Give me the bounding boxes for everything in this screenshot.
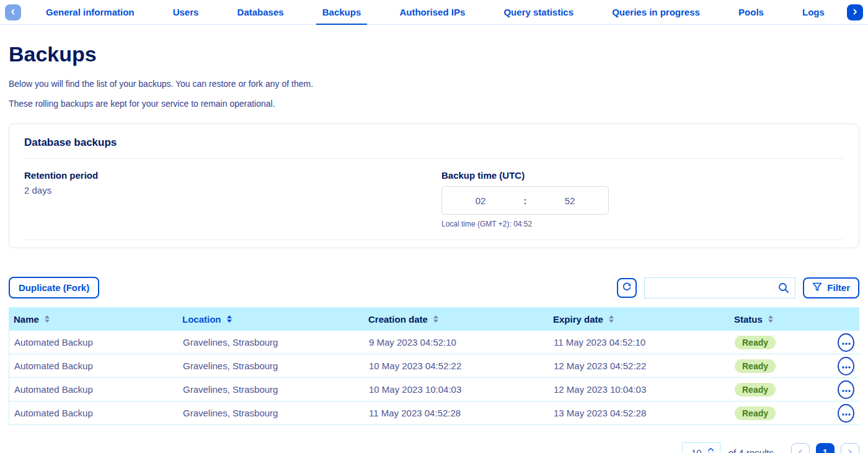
filter-button-label: Filter [827, 282, 850, 293]
cell-creation-date: 10 May 2023 10:04:03 [364, 384, 549, 395]
column-header-creation-date[interactable]: Creation date [363, 314, 548, 325]
pagination: 10 of 4 results 1 [9, 442, 859, 453]
tab-queries-in-progress[interactable]: Queries in progress [606, 0, 706, 25]
cell-status: Ready [730, 406, 833, 420]
duplicate-fork-button[interactable]: Duplicate (Fork) [9, 277, 99, 298]
database-backups-card: Database backups Retention period 2 days… [9, 123, 859, 248]
tab-bar: General information Users Databases Back… [0, 0, 868, 25]
backup-time-hours[interactable]: 02 [442, 195, 519, 206]
cell-status: Ready [730, 383, 833, 397]
status-badge: Ready [735, 336, 776, 349]
search-box [644, 277, 795, 298]
tabs-scroll-right-button[interactable] [847, 4, 863, 20]
sort-icon [768, 315, 773, 323]
pager: 1 [791, 443, 859, 453]
page-size-value: 10 [691, 447, 702, 453]
sort-icon [45, 315, 50, 323]
row-actions-button[interactable] [838, 404, 854, 423]
intro-text-1: Below you will find the list of your bac… [9, 79, 859, 89]
backups-table: Name Location Creation date Expiry date … [9, 307, 859, 425]
cell-location: Gravelines, Strasbourg [178, 384, 364, 395]
backup-time-field: Backup time (UTC) 02 : 52 Local time (GM… [441, 170, 844, 228]
row-actions-button[interactable] [838, 333, 854, 352]
tab-users[interactable]: Users [167, 0, 205, 25]
ellipsis-icon [842, 408, 851, 418]
sort-icon [433, 315, 438, 323]
chevron-left-icon [797, 448, 804, 453]
status-badge: Ready [735, 359, 776, 373]
cell-name: Automated Backup [9, 337, 178, 348]
table-row: Automated Backup Gravelines, Strasbourg … [9, 401, 859, 425]
row-actions-button[interactable] [838, 380, 854, 399]
column-header-name[interactable]: Name [9, 314, 177, 325]
cell-creation-date: 10 May 2023 04:52:22 [364, 361, 549, 371]
local-time-note: Local time (GMT +2): 04:52 [441, 220, 844, 228]
tab-pools[interactable]: Pools [732, 0, 770, 25]
backup-time-minutes[interactable]: 52 [531, 195, 608, 206]
ellipsis-icon [842, 361, 851, 370]
page-size-select[interactable]: 10 [682, 442, 720, 453]
ellipsis-icon [842, 338, 851, 347]
status-badge: Ready [735, 406, 776, 420]
filter-button[interactable]: Filter [803, 277, 859, 298]
tab-backups[interactable]: Backups [316, 0, 368, 25]
cell-creation-date: 9 May 2023 04:52:10 [364, 337, 549, 348]
chevron-right-icon [847, 448, 853, 453]
tab-authorised-ips[interactable]: Authorised IPs [393, 0, 471, 25]
table-toolbar: Duplicate (Fork) [9, 277, 859, 298]
next-page-button[interactable] [841, 443, 859, 453]
card-title: Database backups [24, 137, 844, 149]
page-1-button[interactable]: 1 [816, 443, 835, 453]
tab-logs[interactable]: Logs [796, 0, 831, 25]
cell-expiry-date: 12 May 2023 10:04:03 [549, 384, 730, 395]
previous-page-button[interactable] [791, 443, 810, 453]
tabs-scroll-left-button[interactable] [5, 4, 21, 20]
cell-name: Automated Backup [9, 384, 178, 395]
status-badge: Ready [735, 383, 776, 397]
search-input[interactable] [645, 278, 795, 298]
page-title: Backups [9, 42, 859, 66]
cell-creation-date: 11 May 2023 04:52:28 [364, 408, 549, 418]
table-row: Automated Backup Gravelines, Strasbourg … [9, 331, 859, 354]
tab-query-statistics[interactable]: Query statistics [497, 0, 580, 25]
cell-name: Automated Backup [9, 408, 178, 418]
cell-status: Ready [730, 336, 833, 349]
refresh-button[interactable] [617, 278, 637, 298]
sort-icon [227, 315, 232, 323]
table-row: Automated Backup Gravelines, Strasbourg … [9, 378, 859, 401]
card-divider-top [24, 158, 844, 159]
backup-time-label: Backup time (UTC) [441, 170, 844, 181]
refresh-icon [622, 282, 632, 294]
cell-location: Gravelines, Strasbourg [178, 408, 364, 418]
cell-expiry-date: 13 May 2023 04:52:28 [549, 408, 730, 418]
tab-databases[interactable]: Databases [231, 0, 290, 25]
results-count-text: of 4 results [728, 447, 774, 453]
backup-time-picker[interactable]: 02 : 52 [441, 186, 609, 215]
row-actions-button[interactable] [838, 357, 854, 375]
ellipsis-icon [842, 385, 851, 394]
column-header-location[interactable]: Location [177, 314, 363, 325]
table-header-row: Name Location Creation date Expiry date … [9, 307, 859, 331]
table-body: Automated Backup Gravelines, Strasbourg … [9, 331, 859, 425]
column-header-expiry-date[interactable]: Expiry date [548, 314, 729, 325]
table-row: Automated Backup Gravelines, Strasbourg … [9, 354, 859, 378]
backup-time-colon: : [519, 195, 531, 206]
retention-period-field: Retention period 2 days [24, 170, 427, 228]
cell-location: Gravelines, Strasbourg [178, 337, 364, 348]
chevron-right-icon [852, 7, 858, 17]
filter-funnel-icon [812, 282, 822, 294]
tab-list: General information Users Databases Back… [21, 0, 847, 25]
card-divider-bottom [24, 240, 844, 240]
search-icon[interactable] [777, 282, 790, 297]
cell-expiry-date: 12 May 2023 04:52:22 [549, 361, 730, 371]
cell-status: Ready [730, 359, 833, 373]
cell-name: Automated Backup [9, 361, 178, 371]
tab-general-information[interactable]: General information [40, 0, 141, 25]
cell-expiry-date: 11 May 2023 04:52:10 [549, 337, 730, 348]
intro-text-2: These rolling backups are kept for your … [9, 99, 859, 109]
retention-period-label: Retention period [24, 170, 427, 181]
sort-icon [609, 315, 614, 323]
column-header-status[interactable]: Status [729, 314, 832, 325]
chevron-up-down-icon [707, 447, 714, 453]
cell-location: Gravelines, Strasbourg [178, 361, 364, 371]
